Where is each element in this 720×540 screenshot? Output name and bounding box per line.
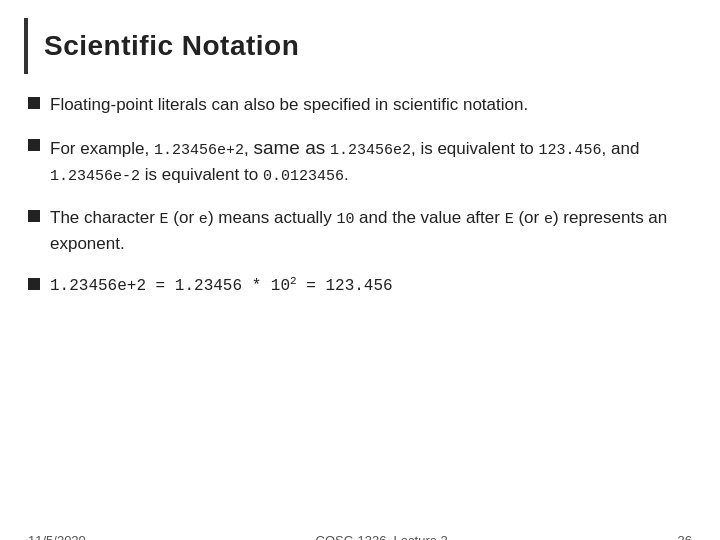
bullet-3-icon	[28, 210, 40, 222]
bullet-4: 1.23456e+2 = 1.23456 * 102 = 123.456	[28, 273, 692, 298]
footer-course: COSC-1336, Lecture 2	[316, 533, 448, 540]
bullet-2: For example, 1.23456e+2, same as 1.23456…	[28, 134, 692, 189]
slide: Scientific Notation Floating-point liter…	[0, 18, 720, 540]
bullet-3-text: The character E (or e) means actually 10…	[50, 205, 692, 257]
footer: 11/5/2020 COSC-1336, Lecture 2 36	[0, 533, 720, 540]
bullet-1-text: Floating-point literals can also be spec…	[50, 92, 692, 118]
slide-title: Scientific Notation	[44, 30, 299, 61]
title-bar: Scientific Notation	[24, 18, 696, 74]
bullet-2-icon	[28, 139, 40, 151]
bullet-4-icon	[28, 278, 40, 290]
content-area: Floating-point literals can also be spec…	[0, 92, 720, 298]
footer-date: 11/5/2020	[28, 533, 86, 540]
footer-page: 36	[678, 533, 692, 540]
bullet-3: The character E (or e) means actually 10…	[28, 205, 692, 257]
bullet-1: Floating-point literals can also be spec…	[28, 92, 692, 118]
bullet-1-icon	[28, 97, 40, 109]
bullet-4-text: 1.23456e+2 = 1.23456 * 102 = 123.456	[50, 273, 393, 298]
bullet-2-text: For example, 1.23456e+2, same as 1.23456…	[50, 134, 692, 189]
